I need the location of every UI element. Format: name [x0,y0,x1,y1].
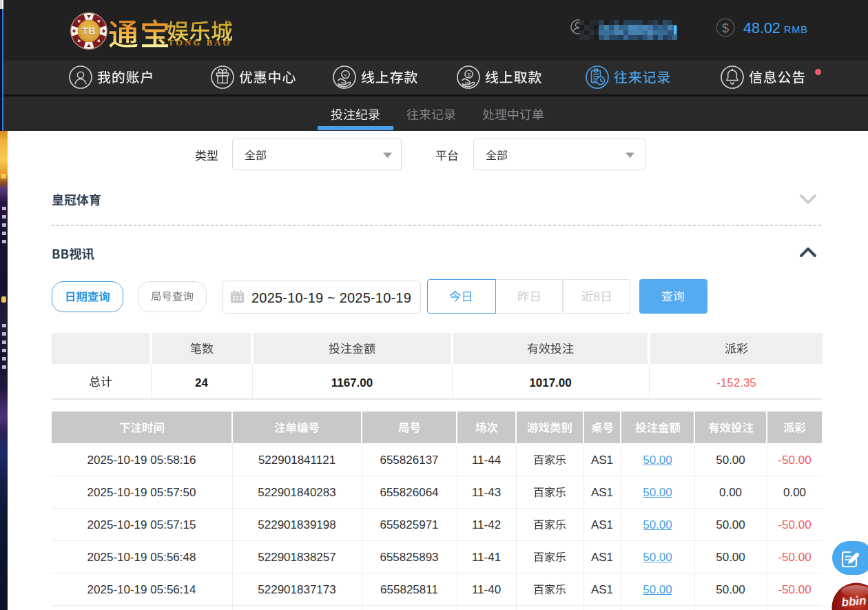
svg-text:TB: TB [82,26,95,37]
svg-text:$: $ [467,72,471,78]
svg-text:¥: ¥ [344,73,347,77]
svg-text:$: $ [722,21,729,35]
svg-text:bbın: bbın [841,594,867,609]
